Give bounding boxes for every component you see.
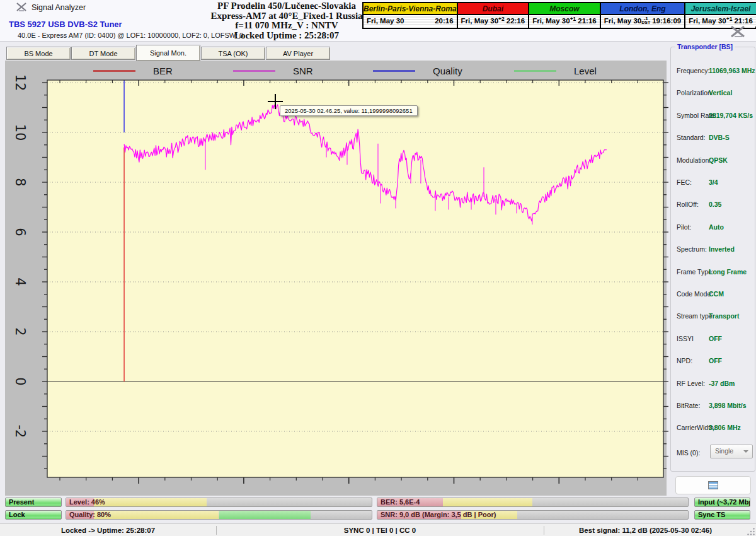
transponder-row-standard-: Standard:DVB-S xyxy=(671,134,755,143)
transponder-row-bitrate-: BitRate:3,898 Mbit/s xyxy=(671,402,755,411)
tab-av-player[interactable]: AV Player xyxy=(266,47,330,60)
clock-time-row: Fri, May 30-1DST19:16:09 xyxy=(601,15,685,26)
tab-tsa-ok-[interactable]: TSA (OK) xyxy=(201,47,265,60)
y-axis-label: 8 xyxy=(13,178,28,186)
signal-analyzer-window: Signal Analyzer TBS 5927 USB DVB-S2 Tune… xyxy=(0,0,756,536)
transponder-value: CCM xyxy=(709,290,724,298)
transponder-label: Spectrum: xyxy=(677,245,707,253)
tuner-name: TBS 5927 USB DVB-S2 Tuner xyxy=(9,20,122,29)
ber-meter-label: BER: 5,6E-4 xyxy=(381,498,420,506)
clock-city: Berlin-Paris-Vienna-Roma xyxy=(364,3,457,15)
meter-zone xyxy=(94,498,207,506)
input-bitrate-indicator: Input (~3,72 Mbps) xyxy=(694,498,750,507)
site-header-line2: Express-AM7 at 40°E_Fixed-1 Russia xyxy=(186,11,387,21)
app-antenna-icon xyxy=(16,3,26,12)
transponder-label: Frame Type: xyxy=(677,268,714,276)
tab-bs-mode[interactable]: BS Mode xyxy=(6,47,71,60)
level-meter-label: Level: 46% xyxy=(69,498,105,506)
chart-plot[interactable]: 121086420-2 xyxy=(5,61,667,496)
transponder-value: OFF xyxy=(709,335,722,342)
lock-indicator: Lock xyxy=(5,510,62,520)
transponder-value: 3,898 Mbit/s xyxy=(709,402,747,409)
transponder-row-frequency-: Frequency:11069,963 MHz xyxy=(671,67,755,76)
clock-berlin-paris-vienna-roma: Berlin-Paris-Vienna-RomaFri, May 3020:16 xyxy=(364,3,458,28)
transponder-row-fec-: FEC:3/4 xyxy=(671,178,755,187)
clock-moscow: MoscowFri, May 30+121:16 xyxy=(529,3,601,28)
transponder-value: Inverted xyxy=(709,245,735,253)
status-sync-counters: SYNC 0 | TEI 0 | CC 0 xyxy=(216,524,544,536)
transponder-row-rolloff-: RollOff:0.35 xyxy=(671,201,755,209)
status-separator xyxy=(544,526,544,535)
status-best-signal: Best signal: 11,2 dB (2025-05-30 02:46) xyxy=(544,524,747,536)
transponder-label: NPD: xyxy=(677,357,692,364)
site-header-line4: Locked Uptime : 25:28:07 xyxy=(186,31,387,41)
transponder-label: BitRate: xyxy=(677,402,700,409)
transponder-value: 2819,704 KS/s xyxy=(709,112,753,119)
status-separator xyxy=(216,526,217,535)
world-clocks: Berlin-Paris-Vienna-RomaFri, May 3020:16… xyxy=(362,2,756,29)
transponder-value: Auto xyxy=(709,223,724,231)
transponder-label: RollOff: xyxy=(677,201,699,208)
quality-meter-label: Quality: 80% xyxy=(69,511,111,519)
meter-zone xyxy=(443,498,533,506)
transponder-label: Pilot: xyxy=(677,223,691,231)
transponder-value: 3,806 MHz xyxy=(709,424,741,431)
clock-time-row: Fri, May 30+222:16 xyxy=(458,15,529,26)
level-meter: Level: 46% xyxy=(66,498,372,507)
antenna-icon xyxy=(730,25,746,39)
clock-time-row: Fri, May 30+121:16 xyxy=(529,15,600,26)
ber-meter: BER: 5,6E-4 xyxy=(377,498,689,507)
transponder-label: ISSYI xyxy=(677,335,694,342)
title-bar: Signal Analyzer xyxy=(16,3,86,12)
window-title: Signal Analyzer xyxy=(32,3,86,12)
transponder-row-polarization-: Polarization:Vertical xyxy=(671,89,755,98)
transponder-value: Long Frame xyxy=(709,268,747,276)
tab-signal-mon-[interactable]: Signal Mon. xyxy=(136,45,200,61)
transponder-row-carrierwidth-: CarrierWidth:3,806 MHz xyxy=(671,424,755,433)
meter-zone xyxy=(94,511,219,519)
clock-time-row: Fri, May 3020:16 xyxy=(364,15,457,26)
clock-city: London, Eng xyxy=(601,3,685,15)
tab-dt-mode[interactable]: DT Mode xyxy=(71,47,135,60)
status-bar: Locked -> Uptime: 25:28:07 SYNC 0 | TEI … xyxy=(0,523,756,536)
y-axis-label: 4 xyxy=(13,277,28,286)
clock-city: Moscow xyxy=(529,3,600,15)
y-axis-label: 12 xyxy=(13,74,28,91)
present-indicator: Present xyxy=(5,498,62,507)
quality-meter: Quality: 80% xyxy=(66,510,372,520)
ts-table-button[interactable] xyxy=(675,476,751,494)
transponder-label: Code Mode: xyxy=(677,290,713,298)
transponder-value: OFF xyxy=(709,357,722,364)
y-axis-label: -2 xyxy=(13,425,28,438)
transponder-value: 11069,963 MHz xyxy=(709,67,755,74)
clock-city: Jerusalem-Israel xyxy=(685,3,756,15)
resize-grip[interactable] xyxy=(747,528,755,536)
transponder-row-issyi: ISSYIOFF xyxy=(671,335,755,344)
transponder-row-modulation-: Modulation:QPSK xyxy=(671,156,755,165)
transponder-row-pilot-: Pilot:Auto xyxy=(671,223,755,232)
transponder-panel: Transponder [BS] Frequency:11069,963 MHz… xyxy=(670,47,755,472)
signal-chart[interactable]: BERSNRQualityLevel 121086420-2 2025-05-3… xyxy=(5,61,667,496)
transponder-value: Vertical xyxy=(709,89,732,96)
top-strip: Signal Analyzer TBS 5927 USB DVB-S2 Tune… xyxy=(0,0,756,42)
y-axis-label: 10 xyxy=(13,124,28,141)
table-icon xyxy=(708,481,718,489)
transponder-row-spectrum-: Spectrum:Inverted xyxy=(671,245,755,254)
sync-ts-indicator: Sync TS xyxy=(694,510,750,520)
transponder-panel-title: Transponder [BS] xyxy=(675,43,735,50)
y-axis-label: 6 xyxy=(13,228,28,236)
chevron-down-icon xyxy=(743,450,748,455)
transponder-value: QPSK xyxy=(709,156,728,164)
transponder-label: Modulation: xyxy=(677,156,711,164)
clock-london-eng: London, EngFri, May 30-1DST19:16:09 xyxy=(601,3,686,28)
mis-dropdown-value: Single xyxy=(715,447,733,455)
meter-zone xyxy=(219,511,311,519)
transponder-row-code-mode-: Code Mode:CCM xyxy=(671,290,755,299)
transponder-value: Transport xyxy=(709,312,739,320)
transponder-value: 0.35 xyxy=(709,201,721,208)
site-header-line3: f=11 070 MHz_V : NNTV xyxy=(186,21,387,31)
transponder-label: Standard: xyxy=(677,134,706,141)
status-uptime: Locked -> Uptime: 25:28:07 xyxy=(0,524,216,536)
mis-dropdown[interactable]: Single xyxy=(710,445,753,458)
chart-tooltip: 2025-05-30 02.46.25, value: 11,199999809… xyxy=(280,105,418,116)
